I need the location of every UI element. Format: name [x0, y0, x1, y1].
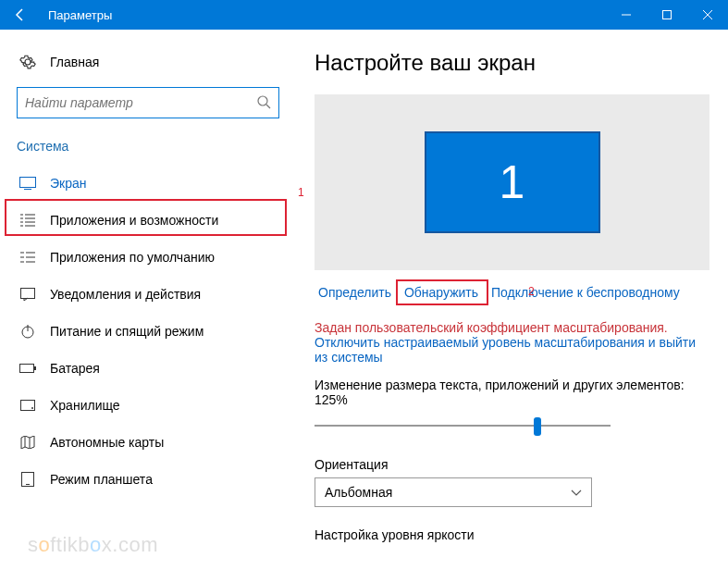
sidebar-item-battery[interactable]: Батарея — [0, 350, 296, 387]
orientation-label: Ориентация — [315, 457, 709, 472]
brightness-label: Настройка уровня яркости — [315, 527, 709, 542]
svg-rect-25 — [20, 365, 34, 373]
storage-icon — [19, 400, 37, 411]
sidebar-item-maps[interactable]: Автономные карты — [0, 424, 296, 461]
slider-thumb[interactable] — [534, 417, 541, 436]
main-panel: Настройте ваш экран 1 Определить Обнаруж… — [296, 30, 728, 570]
chevron-down-icon — [571, 485, 582, 500]
sidebar-item-label: Питание и спящий режим — [50, 324, 204, 339]
sidebar-item-display[interactable]: Экран — [0, 165, 296, 202]
svg-rect-1 — [663, 11, 672, 19]
sidebar-item-label: Приложения по умолчанию — [50, 250, 215, 265]
sidebar-item-storage[interactable]: Хранилище — [0, 387, 296, 424]
notifications-icon — [19, 288, 37, 301]
scale-slider[interactable] — [315, 413, 611, 439]
sidebar-item-label: Режим планшета — [50, 472, 153, 487]
minimize-button[interactable] — [606, 0, 647, 30]
sidebar-item-power[interactable]: Питание и спящий режим — [0, 313, 296, 350]
sidebar-item-label: Батарея — [50, 361, 100, 376]
wireless-link[interactable]: Подключение к беспроводному — [487, 283, 684, 302]
battery-icon — [19, 364, 37, 373]
svg-rect-6 — [20, 178, 36, 188]
search-field[interactable] — [25, 95, 256, 110]
sidebar-item-label: Хранилище — [50, 398, 120, 413]
sidebar-item-label: Экран — [50, 176, 87, 191]
slider-track — [315, 425, 611, 427]
annotation-box-1 — [5, 199, 287, 236]
scale-label: Изменение размера текста, приложений и д… — [315, 378, 709, 407]
annotation-mark-2: 2 — [528, 285, 535, 298]
power-icon — [19, 324, 37, 339]
scaling-note: Задан пользовательский коэффициент масшт… — [315, 320, 709, 365]
svg-rect-22 — [21, 289, 35, 299]
identify-link[interactable]: Определить — [315, 283, 395, 302]
back-button[interactable] — [0, 0, 41, 30]
orientation-value: Альбомная — [325, 485, 392, 500]
close-button[interactable] — [687, 0, 728, 30]
tablet-icon — [19, 472, 37, 487]
monitor-number: 1 — [500, 155, 525, 209]
sidebar-item-tablet[interactable]: Режим планшета — [0, 461, 296, 498]
svg-point-28 — [31, 407, 33, 409]
monitor-1[interactable]: 1 — [425, 131, 600, 233]
disable-scaling-link[interactable]: Отключить настраиваемый уровень масштаби… — [315, 335, 696, 365]
window-controls — [606, 0, 728, 30]
maximize-button[interactable] — [647, 0, 687, 30]
sidebar-item-notifications[interactable]: Уведомления и действия — [0, 276, 296, 313]
svg-point-4 — [258, 96, 267, 105]
section-label: Система — [0, 135, 296, 165]
svg-line-5 — [266, 105, 270, 108]
sidebar: Главная Система Экран Приложения и возмо… — [0, 30, 296, 570]
svg-rect-26 — [34, 366, 36, 370]
scaling-warning-text: Задан пользовательский коэффициент масшт… — [315, 320, 668, 335]
home-button[interactable]: Главная — [0, 46, 296, 78]
annotation-mark-1: 1 — [298, 186, 304, 199]
window-title: Параметры — [41, 8, 606, 22]
monitor-action-links: Определить Обнаружить Подключение к бесп… — [315, 283, 709, 302]
sidebar-item-default-apps[interactable]: Приложения по умолчанию — [0, 239, 296, 276]
maps-icon — [19, 436, 37, 449]
display-icon — [19, 177, 37, 190]
home-label: Главная — [50, 55, 99, 69]
titlebar: Параметры — [0, 0, 728, 30]
monitor-preview-area[interactable]: 1 — [315, 94, 709, 270]
orientation-dropdown[interactable]: Альбомная — [315, 477, 592, 507]
search-input[interactable] — [17, 87, 279, 118]
annotation-box-2 — [396, 279, 488, 305]
sidebar-item-label: Автономные карты — [50, 435, 164, 450]
gear-icon — [19, 54, 37, 70]
sidebar-item-label: Уведомления и действия — [50, 287, 201, 302]
page-title: Настройте ваш экран — [315, 50, 709, 76]
default-apps-icon — [19, 251, 37, 264]
search-icon — [256, 94, 271, 112]
